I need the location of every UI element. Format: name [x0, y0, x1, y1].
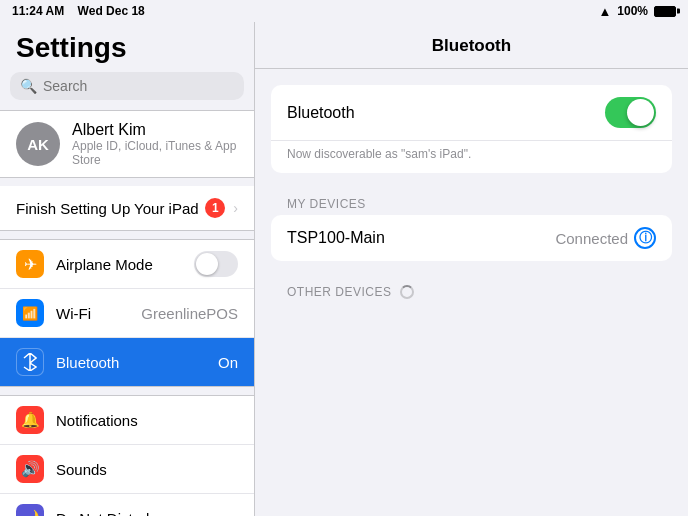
sidebar-item-airplane[interactable]: ✈ Airplane Mode [0, 240, 254, 289]
status-date: Wed Dec 18 [78, 4, 145, 18]
airplane-toggle[interactable] [194, 251, 238, 277]
spinner-icon [400, 285, 414, 299]
wifi-settings-icon: 📶 [16, 299, 44, 327]
wifi-label: Wi-Fi [56, 305, 129, 322]
sidebar: Settings 🔍 AK Albert Kim Apple ID, iClou… [0, 22, 255, 516]
device-connected-label: Connected [555, 230, 628, 247]
sidebar-item-dnd[interactable]: 🌙 Do Not Disturb [0, 494, 254, 516]
status-bar: 11:24 AM Wed Dec 18 ▲ 100% [0, 0, 688, 22]
my-devices-section: TSP100-Main Connected ⓘ [271, 215, 672, 261]
user-name: Albert Kim [72, 121, 238, 139]
settings-group-preferences: 🔔 Notifications 🔊 Sounds 🌙 Do Not Distur… [0, 395, 254, 516]
detail-header: Bluetooth [255, 22, 688, 69]
bluetooth-toggle-large[interactable] [605, 97, 656, 128]
detail-panel: Bluetooth Bluetooth Now discoverable as … [255, 22, 688, 516]
bluetooth-detail-label: Bluetooth [287, 104, 355, 122]
wifi-icon: ▲ [598, 4, 611, 19]
my-devices-header: MY DEVICES [271, 189, 672, 215]
avatar: AK [16, 122, 60, 166]
bluetooth-label: Bluetooth [56, 354, 206, 371]
device-status: Connected ⓘ [555, 227, 656, 249]
battery-icon [654, 6, 676, 17]
sidebar-item-wifi[interactable]: 📶 Wi-Fi GreenlinePOS [0, 289, 254, 338]
setup-banner-label: Finish Setting Up Your iPad [16, 200, 199, 217]
search-bar[interactable]: 🔍 [10, 72, 244, 100]
sounds-label: Sounds [56, 461, 238, 478]
detail-content: Bluetooth Now discoverable as "sam's iPa… [255, 69, 688, 319]
battery-percent: 100% [617, 4, 648, 18]
setup-banner[interactable]: Finish Setting Up Your iPad 1 › [0, 186, 254, 231]
notifications-icon: 🔔 [16, 406, 44, 434]
other-devices-header: OTHER DEVICES [271, 277, 672, 303]
search-icon: 🔍 [20, 78, 37, 94]
wifi-value: GreenlinePOS [141, 305, 238, 322]
user-subtitle: Apple ID, iCloud, iTunes & App Store [72, 139, 238, 167]
device-info-button[interactable]: ⓘ [634, 227, 656, 249]
search-input[interactable] [43, 78, 234, 94]
main-layout: Settings 🔍 AK Albert Kim Apple ID, iClou… [0, 22, 688, 516]
notifications-label: Notifications [56, 412, 238, 429]
setup-badge: 1 [205, 198, 225, 218]
sounds-icon: 🔊 [16, 455, 44, 483]
airplane-icon: ✈ [16, 250, 44, 278]
dnd-label: Do Not Disturb [56, 510, 238, 517]
bluetooth-toggle-row: Bluetooth [271, 85, 672, 141]
bluetooth-icon [16, 348, 44, 376]
airplane-label: Airplane Mode [56, 256, 182, 273]
bluetooth-toggle-section: Bluetooth Now discoverable as "sam's iPa… [271, 85, 672, 173]
status-time-date: 11:24 AM Wed Dec 18 [12, 4, 145, 18]
sidebar-title: Settings [0, 22, 254, 72]
sidebar-item-notifications[interactable]: 🔔 Notifications [0, 396, 254, 445]
sidebar-item-bluetooth[interactable]: Bluetooth On [0, 338, 254, 386]
user-info: Albert Kim Apple ID, iCloud, iTunes & Ap… [72, 121, 238, 167]
device-row-tsp100[interactable]: TSP100-Main Connected ⓘ [271, 215, 672, 261]
dnd-icon: 🌙 [16, 504, 44, 516]
sidebar-item-sounds[interactable]: 🔊 Sounds [0, 445, 254, 494]
user-profile[interactable]: AK Albert Kim Apple ID, iCloud, iTunes &… [0, 110, 254, 178]
settings-group-connectivity: ✈ Airplane Mode 📶 Wi-Fi GreenlinePOS Blu… [0, 239, 254, 387]
discoverable-text: Now discoverable as "sam's iPad". [271, 141, 672, 173]
other-devices-label: OTHER DEVICES [287, 285, 392, 299]
device-name: TSP100-Main [287, 229, 385, 247]
chevron-right-icon: › [233, 200, 238, 216]
status-time: 11:24 AM [12, 4, 64, 18]
status-right: ▲ 100% [598, 4, 676, 19]
bluetooth-value: On [218, 354, 238, 371]
